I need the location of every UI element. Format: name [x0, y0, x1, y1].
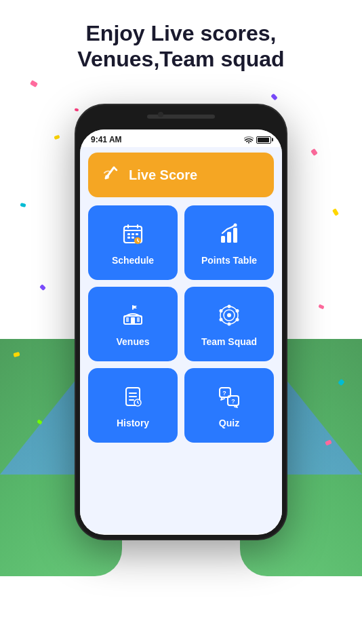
screen-content: Live Score — [80, 147, 282, 534]
schedule-label: Schedule — [112, 255, 154, 266]
phone-frame: 9:41 AM — [76, 105, 286, 539]
svg-point-24 — [227, 313, 231, 317]
svg-rect-9 — [227, 232, 231, 243]
points-table-icon — [218, 222, 241, 248]
header: Enjoy Live scores, Venues,Team squad — [0, 20, 362, 73]
svg-point-23 — [220, 309, 223, 313]
svg-rect-14 — [126, 317, 129, 322]
svg-rect-10 — [233, 228, 237, 243]
menu-item-points-table[interactable]: Points Table — [184, 205, 274, 280]
venues-label: Venues — [116, 336, 149, 347]
svg-rect-6 — [132, 237, 134, 239]
team-squad-icon — [218, 304, 241, 329]
phone-camera — [158, 112, 163, 117]
background: Enjoy Live scores, Venues,Team squad 9:4… — [0, 0, 362, 644]
svg-rect-5 — [127, 237, 130, 239]
status-icons — [244, 136, 271, 144]
svg-point-11 — [234, 224, 237, 227]
svg-text:?: ? — [222, 390, 226, 397]
header-line1: Enjoy Live scores, — [85, 21, 276, 45]
svg-rect-15 — [137, 317, 140, 322]
menu-grid: Schedule Poin — [88, 205, 274, 443]
svg-text:?: ? — [231, 398, 235, 405]
menu-item-schedule[interactable]: Schedule — [88, 205, 178, 280]
svg-point-0 — [105, 175, 109, 179]
status-bar: 9:41 AM — [80, 129, 282, 147]
header-line2: Venues,Team squad — [77, 47, 284, 71]
phone-notch — [147, 115, 215, 119]
svg-rect-3 — [132, 233, 134, 235]
svg-point-19 — [236, 309, 239, 313]
svg-point-20 — [236, 318, 239, 321]
history-label: History — [117, 418, 149, 428]
menu-item-quiz[interactable]: ? ? Quiz — [184, 368, 274, 443]
live-score-icon — [102, 163, 121, 186]
history-icon — [121, 385, 144, 411]
quiz-label: Quiz — [219, 418, 239, 428]
quiz-icon: ? ? — [218, 385, 241, 411]
svg-rect-13 — [131, 317, 135, 324]
svg-rect-4 — [136, 233, 138, 235]
svg-rect-2 — [127, 233, 130, 235]
venues-icon — [121, 304, 144, 329]
phone-screen: 9:41 AM — [80, 129, 282, 535]
battery-icon — [256, 136, 271, 144]
cricket-icon — [102, 163, 121, 182]
svg-point-22 — [220, 318, 223, 321]
points-table-label: Points Table — [201, 255, 257, 266]
menu-item-history[interactable]: History — [88, 368, 178, 443]
wifi-icon — [244, 136, 254, 144]
svg-rect-8 — [221, 236, 225, 243]
menu-item-venues[interactable]: Venues — [88, 287, 178, 361]
schedule-icon — [121, 222, 144, 248]
team-squad-label: Team Squad — [201, 336, 257, 347]
svg-point-21 — [228, 323, 231, 326]
live-score-label: Live Score — [129, 167, 197, 183]
status-time: 9:41 AM — [91, 135, 122, 144]
svg-point-18 — [228, 305, 231, 308]
menu-item-team-squad[interactable]: Team Squad — [184, 287, 274, 361]
live-score-button[interactable]: Live Score — [88, 153, 274, 197]
